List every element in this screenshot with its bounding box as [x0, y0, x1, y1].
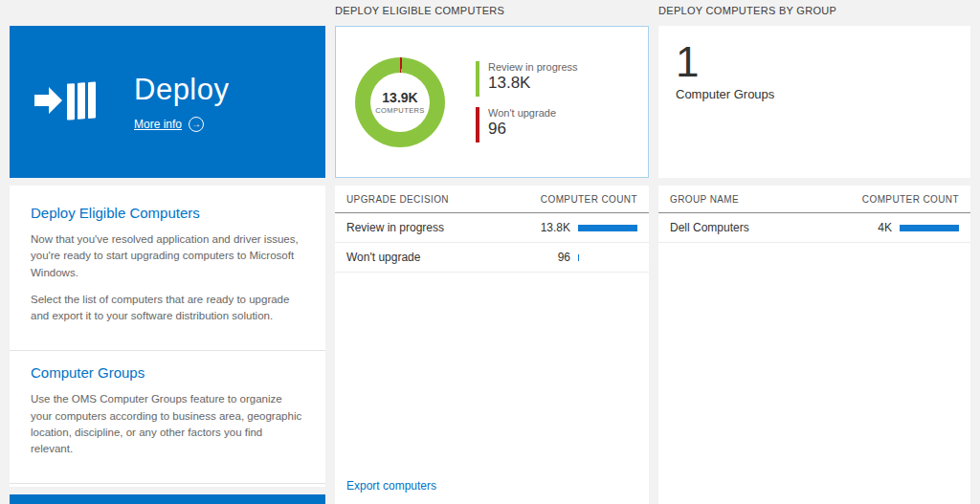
row-label: Won't upgrade — [346, 251, 558, 264]
row-bar-track — [900, 225, 959, 231]
column-header-computer-count: COMPUTER COUNT — [862, 194, 959, 205]
legend-value: 96 — [488, 120, 556, 139]
donut-center-label: COMPUTERS — [375, 106, 425, 115]
deploy-tile: Deploy More info → — [10, 26, 325, 178]
group-count-value: 1 — [676, 39, 953, 85]
row-value: 13.8K — [541, 221, 570, 234]
row-value: 96 — [558, 251, 570, 264]
deploy-overview-column: Deploy More info → Deploy Eligible Compu… — [10, 0, 325, 504]
table-header-row: GROUP NAME COMPUTER COUNT — [658, 186, 970, 213]
column-header-group-name: GROUP NAME — [670, 194, 862, 205]
section-heading: Deploy Eligible Computers — [31, 205, 304, 221]
deploy-eligible-column: DEPLOY ELIGIBLE COMPUTERS 13.9K COMPUTER… — [335, 0, 649, 504]
row-label: Dell Computers — [670, 221, 878, 234]
section-heading: Computer Groups — [31, 364, 304, 381]
bottom-accent-strip — [10, 494, 325, 504]
section-computer-groups: Computer Groups Use the OMS Computer Gro… — [10, 351, 325, 483]
export-computers-link[interactable]: Export computers — [335, 470, 649, 504]
legend-value: 13.8K — [488, 74, 578, 93]
more-info-link[interactable]: More info → — [134, 117, 230, 132]
row-bar — [900, 225, 959, 231]
deploy-description-panel: Deploy Eligible Computers Now that you'v… — [10, 186, 325, 487]
deploy-title: Deploy — [134, 73, 230, 107]
group-count-label: Computer Groups — [676, 87, 953, 101]
section-paragraph: Now that you've resolved application and… — [31, 231, 304, 281]
deploy-icon — [34, 74, 98, 131]
table-row[interactable]: Won't upgrade 96 — [335, 243, 649, 273]
left-column-header-spacer — [10, 0, 325, 26]
column-header-upgrade-decision: UPGRADE DECISION — [346, 194, 541, 205]
section-paragraph: Use the OMS Computer Groups feature to o… — [31, 391, 304, 457]
computer-groups-card[interactable]: 1 Computer Groups — [658, 26, 970, 178]
table-row[interactable]: Review in progress 13.8K — [335, 213, 649, 243]
donut-center: 13.9K COMPUTERS — [370, 73, 430, 132]
arrow-right-circle-icon: → — [189, 117, 204, 132]
group-table-panel: GROUP NAME COMPUTER COUNT Dell Computers… — [658, 186, 970, 504]
more-info-label: More info — [134, 118, 182, 131]
row-bar — [578, 225, 637, 231]
column-header-computer-count: COMPUTER COUNT — [541, 194, 637, 205]
row-bar-track — [578, 225, 637, 231]
legend-label: Review in progress — [488, 61, 578, 73]
row-bar-track — [578, 254, 637, 261]
section-deploy-eligible: Deploy Eligible Computers Now that you'v… — [10, 191, 325, 350]
middle-column-header: DEPLOY ELIGIBLE COMPUTERS — [335, 0, 649, 26]
legend-swatch-green — [476, 61, 479, 97]
section-paragraph: Select the list of computers that are re… — [31, 292, 304, 325]
section-divider — [10, 483, 325, 484]
computers-by-group-column: DEPLOY COMPUTERS BY GROUP 1 Computer Gro… — [658, 0, 970, 504]
legend-item-wont-upgrade: Won't upgrade 96 — [476, 107, 578, 142]
upgrade-decision-table-panel: UPGRADE DECISION COMPUTER COUNT Review i… — [335, 186, 649, 504]
donut-chart: 13.9K COMPUTERS — [355, 57, 445, 147]
row-label: Review in progress — [346, 221, 541, 234]
legend-item-review: Review in progress 13.8K — [476, 61, 578, 97]
deploy-tile-text: Deploy More info → — [134, 73, 230, 132]
table-row[interactable]: Dell Computers 4K — [658, 213, 970, 243]
eligible-computers-card[interactable]: 13.9K COMPUTERS Review in progress 13.8K… — [335, 26, 649, 178]
donut-center-value: 13.9K — [382, 90, 417, 105]
dashboard: Deploy More info → Deploy Eligible Compu… — [0, 0, 980, 504]
row-bar — [578, 254, 579, 261]
table-header-row: UPGRADE DECISION COMPUTER COUNT — [335, 186, 649, 213]
row-value: 4K — [878, 221, 892, 234]
legend-label: Won't upgrade — [488, 107, 556, 119]
donut-legend: Review in progress 13.8K Won't upgrade 9… — [476, 61, 578, 142]
right-column-header: DEPLOY COMPUTERS BY GROUP — [658, 0, 970, 26]
legend-swatch-red — [476, 107, 479, 142]
